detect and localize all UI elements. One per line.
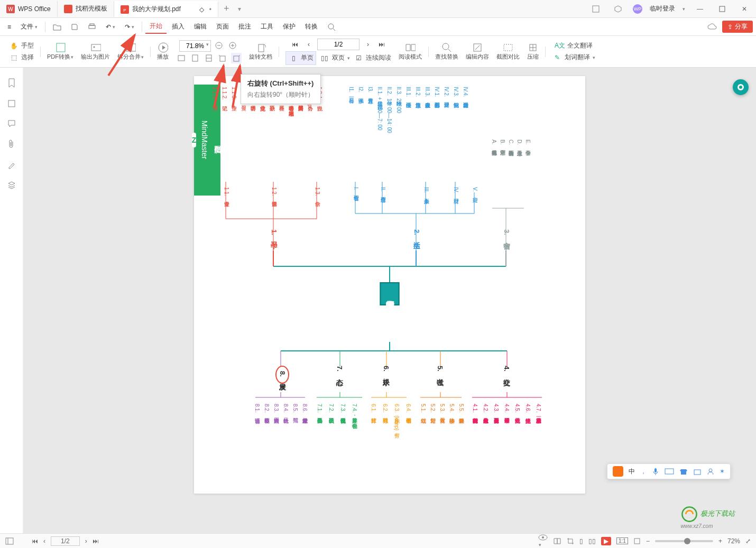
svg-rect-2 (64, 5, 72, 13)
open-icon[interactable] (49, 21, 66, 33)
window-maximize-button[interactable] (715, 2, 730, 16)
svg-rect-11 (57, 43, 65, 52)
svg-text:W: W (8, 6, 13, 12)
rib-group-translate: A文全文翻译 ✎划词翻译▾ (549, 38, 598, 66)
menu-tab-insert[interactable]: 插入 (168, 20, 189, 33)
svg-point-29 (442, 43, 449, 50)
rib-group-nav: ⏮ ‹ › ⏭ ▯单页 ▯▯双页▾ ☑连续阅读 (282, 38, 394, 66)
zoom-dropdown-icon[interactable]: ▾ (206, 42, 209, 47)
compress-button[interactable]: 压缩 (524, 38, 542, 66)
svg-rect-28 (259, 44, 264, 52)
find-replace-icon (441, 42, 452, 53)
select-translate-icon: ✎ (552, 52, 563, 63)
prev-page-button[interactable]: ‹ (303, 39, 314, 50)
svg-line-34 (108, 35, 135, 68)
svg-rect-6 (720, 6, 725, 12)
svg-rect-22 (178, 55, 185, 61)
svg-line-35 (214, 66, 224, 68)
menu-tab-convert[interactable]: 转换 (301, 20, 322, 33)
hand-tool-button[interactable]: ✋手型 (8, 41, 34, 51)
play-button[interactable]: 播放 (154, 38, 172, 66)
menu-file[interactable]: 文件▾ (16, 20, 42, 33)
wps-logo-icon: W (6, 5, 15, 13)
first-page-button[interactable]: ⏮ (290, 39, 300, 50)
screenshot-compare-button[interactable]: 截图对比 (493, 38, 523, 66)
svg-line-10 (333, 29, 335, 31)
svg-rect-12 (91, 44, 101, 51)
svg-line-30 (448, 49, 451, 52)
box-icon[interactable] (588, 2, 603, 16)
play-icon (158, 42, 168, 53)
tab-add-button[interactable]: + (218, 3, 235, 14)
tab-document-active[interactable]: P 我的大学规划.pdf ◇ • (114, 1, 218, 17)
translate-icon: A文 (555, 41, 565, 51)
double-page-button[interactable]: ▯▯双页▾ (319, 53, 350, 63)
export-image-icon (90, 42, 101, 53)
svg-rect-27 (234, 56, 239, 61)
avatar[interactable]: WP (633, 4, 642, 14)
tab-template[interactable]: 找稻壳模板 (58, 1, 114, 17)
menu-tab-start[interactable]: 开始 (145, 20, 167, 34)
save-icon[interactable] (67, 21, 82, 33)
tab-label: 我的大学规划.pdf (132, 5, 181, 14)
menu-tab-page[interactable]: 页面 (212, 20, 233, 33)
compress-icon (528, 42, 538, 53)
hand-icon: ✋ (8, 41, 19, 51)
rib-group-pointer: ✋手型 ⬚选择 (5, 38, 37, 66)
window-close-button[interactable]: ✕ (737, 2, 752, 16)
pdf-convert-button[interactable]: PDF转换▾ (44, 38, 77, 66)
cube-icon[interactable] (611, 2, 625, 16)
rotate-doc-button[interactable]: 旋转文档 (246, 38, 275, 66)
tab-close-icon[interactable]: • (209, 6, 211, 13)
page-input[interactable] (317, 39, 359, 50)
svg-point-13 (93, 47, 95, 48)
window-minimize-button[interactable]: — (693, 2, 707, 16)
rotate-right-button[interactable] (231, 53, 242, 63)
template-icon (64, 5, 72, 13)
tab-wps-home[interactable]: W WPS Office (0, 1, 58, 17)
menu-tab-protect[interactable]: 保护 (279, 20, 300, 33)
edit-content-button[interactable]: 编辑内容 (463, 38, 492, 66)
annotation-arrow-2 (209, 62, 230, 68)
find-replace-button[interactable]: 查找替换 (432, 38, 462, 66)
svg-text:P: P (123, 8, 126, 13)
zoom-in-button[interactable] (228, 41, 238, 51)
rib-group-zoom: ▾ (173, 38, 245, 66)
continuous-read-button[interactable]: ☑连续阅读 (353, 53, 391, 63)
login-label[interactable]: 临时登录 (650, 4, 675, 13)
next-page-button[interactable]: › (363, 39, 373, 50)
annotation-arrow-1 (103, 31, 145, 68)
zoom-out-button[interactable] (214, 41, 225, 51)
fit-page-button[interactable] (204, 53, 214, 63)
svg-rect-26 (220, 56, 225, 61)
cloud-icon[interactable] (707, 23, 717, 31)
annotation-arrow-3 (227, 62, 248, 68)
reading-mode-button[interactable]: 阅读模式 (395, 38, 425, 66)
single-page-button[interactable]: ▯单页 (285, 51, 316, 65)
menu-tab-annotate[interactable]: 批注 (234, 20, 255, 33)
select-tool-button[interactable]: ⬚选择 (8, 52, 34, 63)
tab-menu-icon[interactable]: ◇ (198, 5, 206, 14)
print-icon[interactable] (84, 21, 100, 33)
select-translate-button[interactable]: ✎划词翻译▾ (552, 52, 595, 63)
svg-rect-5 (593, 6, 599, 12)
svg-rect-23 (192, 55, 198, 61)
pdf-convert-icon (55, 42, 66, 53)
search-icon[interactable] (323, 21, 340, 33)
login-dropdown-icon[interactable]: ▾ (683, 6, 685, 12)
share-button[interactable]: ⇪ 分享 (722, 21, 753, 33)
fit-width-button[interactable] (176, 53, 187, 63)
rotate-doc-icon (255, 42, 266, 53)
tab-overflow-icon[interactable]: ▾ (235, 5, 244, 13)
select-icon: ⬚ (8, 52, 19, 63)
menu-tab-edit[interactable]: 编辑 (190, 20, 211, 33)
last-page-button[interactable]: ⏭ (376, 39, 387, 50)
fit-height-button[interactable] (190, 53, 200, 63)
screenshot-compare-icon (503, 42, 513, 53)
pdf-icon: P (121, 5, 129, 14)
menu-hamburger-icon[interactable]: ≡ (3, 21, 15, 33)
tab-label: WPS Office (18, 5, 51, 13)
menu-tab-tools[interactable]: 工具 (256, 20, 278, 33)
full-translate-button[interactable]: A文全文翻译 (555, 41, 593, 51)
rotate-left-button[interactable] (217, 53, 228, 63)
